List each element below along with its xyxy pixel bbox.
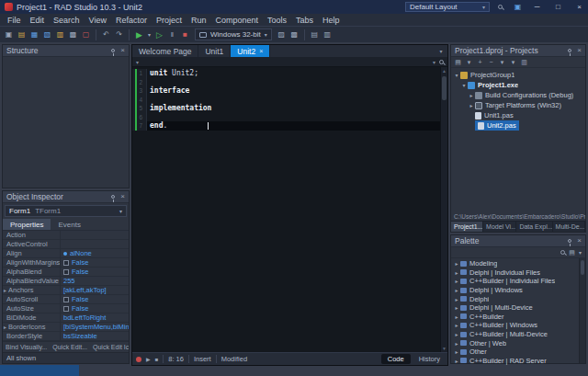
expand-chevron-icon[interactable]: ▸ — [453, 322, 460, 328]
collapse-chevron-icon[interactable]: ▾ — [453, 72, 460, 78]
code-line[interactable]: 6 — [132, 113, 447, 122]
close-icon[interactable]: × — [577, 47, 582, 54]
stop-macro-icon[interactable]: ■ — [155, 357, 159, 362]
sort-icon[interactable]: ▾ — [508, 57, 518, 67]
property-row[interactable]: AlphaBlend False — [3, 268, 129, 277]
minimize-button[interactable]: ─ — [528, 0, 546, 14]
scrollbar-thumb[interactable] — [442, 76, 447, 100]
expand-chevron-icon[interactable]: ▸ — [453, 313, 460, 320]
expand-chevron-icon[interactable]: ▸ — [453, 348, 460, 355]
tab-properties[interactable]: Properties — [3, 219, 51, 230]
save-all-icon[interactable]: ▧ — [41, 28, 53, 40]
object-selector-combo[interactable]: Form1 TForm1 ▾ — [5, 205, 127, 217]
ide-insight-search-icon[interactable] — [493, 2, 507, 13]
code-navigation-chevron-icon[interactable]: ▾ — [136, 59, 139, 65]
palette-search-icon[interactable] — [560, 250, 565, 255]
tree-item-unit2-pas[interactable]: Unit2.pas — [451, 120, 585, 131]
property-row[interactable]: ▸BorderIcons [biSystemMenu,biMinimi — [3, 323, 129, 332]
desktop-layout-combo[interactable]: Default Layout ▾ — [405, 2, 490, 12]
sync-with-editor-icon[interactable]: ▥ — [519, 57, 529, 67]
menu-view[interactable]: View — [85, 14, 111, 26]
expand-chevron-icon[interactable]: ▸ — [468, 92, 475, 98]
expand-chevron-icon[interactable]: ▸ — [453, 331, 460, 337]
expand-chevron-icon[interactable]: ▸ — [4, 287, 6, 293]
tree-item-target-platforms[interactable]: ▸ Target Platforms (Win32) — [451, 100, 585, 110]
play-macro-icon[interactable]: ▶ — [146, 356, 151, 362]
palette-category[interactable]: ▸Delphi | Multi-Device — [451, 303, 585, 313]
collapse-chevron-icon[interactable]: ▾ — [460, 82, 468, 88]
tab-multi-device-preview[interactable]: Multi-De... — [553, 222, 585, 232]
close-icon[interactable]: × — [577, 237, 582, 245]
checkbox-icon[interactable] — [63, 297, 69, 302]
editor-search-icon[interactable] — [439, 60, 444, 64]
palette-category[interactable]: ▸Other | Web — [451, 338, 585, 348]
pause-icon[interactable]: ‖ — [166, 28, 178, 40]
close-icon[interactable]: × — [120, 193, 125, 200]
desktop-layout-icon[interactable]: ▥ — [322, 28, 334, 40]
expand-chevron-icon[interactable]: ▸ — [453, 278, 460, 284]
redo-icon[interactable]: ↷ — [113, 28, 125, 40]
palette-category[interactable]: ▸C++Builder | Individual Files — [451, 277, 585, 286]
pin-icon[interactable] — [111, 49, 115, 52]
remove-file-from-project-icon[interactable]: ▢ — [80, 28, 92, 40]
palette-category[interactable]: ▸C++Builder | RAD Server — [451, 357, 585, 366]
palette-category[interactable]: ▸Modeling — [451, 259, 585, 268]
target-platform-combo[interactable]: Windows 32-bit ▾ — [195, 28, 272, 40]
save-file-icon[interactable]: ▦ — [28, 28, 40, 40]
add-file-to-project-icon[interactable]: ▩ — [67, 28, 79, 40]
property-row[interactable]: AlphaBlendValue 255 — [3, 277, 129, 286]
property-row[interactable]: AlignWithMargins False — [3, 258, 129, 268]
palette-scrollbar[interactable] — [579, 258, 585, 363]
tab-unit1[interactable]: Unit1 — [198, 45, 231, 57]
palette-category[interactable]: ▸C++Builder — [451, 313, 585, 322]
open-project-icon[interactable]: ▥ — [54, 28, 66, 40]
project-manager-icon[interactable]: ▤ — [309, 28, 321, 40]
quick-edit-icon-link[interactable]: Quick Edit Icon... — [93, 344, 129, 350]
remove-item-icon[interactable]: − — [486, 57, 496, 67]
chevron-down-icon[interactable]: ▾ — [497, 57, 507, 67]
palette-options-chevron-icon[interactable]: ▾ — [579, 249, 582, 256]
code-line[interactable]: 1 unit Unit2; — [132, 69, 447, 78]
tab-code[interactable]: Code — [381, 354, 411, 364]
tab-unit2[interactable]: Unit2× — [231, 45, 270, 57]
menu-run[interactable]: Run — [187, 14, 211, 26]
record-macro-icon[interactable] — [136, 357, 141, 362]
property-row[interactable]: BiDiMode bdLeftToRight — [3, 313, 129, 323]
menu-component[interactable]: Component — [210, 14, 263, 26]
scrollbar-thumb[interactable] — [581, 260, 584, 275]
program-reset-icon[interactable]: ■ — [179, 28, 191, 40]
run-without-debugging-icon[interactable]: ▷ — [153, 28, 165, 40]
menu-help[interactable]: Help — [318, 14, 345, 26]
tab-project-manager[interactable]: Project1... — [451, 222, 483, 232]
expand-chevron-icon[interactable]: ▸ — [453, 340, 460, 347]
expand-chevron-icon[interactable]: ▸ — [453, 304, 460, 311]
checkbox-icon[interactable] — [63, 260, 69, 266]
tab-history[interactable]: History — [415, 354, 444, 364]
expand-chevron-icon[interactable]: ▸ — [468, 102, 475, 108]
menu-search[interactable]: Search — [49, 14, 85, 26]
new-items-icon[interactable]: ▣ — [3, 28, 15, 40]
open-file-icon[interactable]: ▤ — [16, 28, 28, 40]
compile-icon[interactable]: ▨ — [276, 28, 288, 40]
tab-events[interactable]: Events — [51, 219, 87, 230]
palette-category[interactable]: ▸C++Builder | Windows — [451, 321, 585, 330]
pin-icon[interactable] — [568, 239, 571, 243]
code-line[interactable]: 3 interface — [132, 86, 447, 96]
undo-icon[interactable]: ↶ — [100, 28, 112, 40]
code-line-current[interactable]: 7 end. — [132, 121, 447, 131]
menu-refactor[interactable]: Refactor — [111, 14, 152, 26]
maximize-button[interactable]: □ — [549, 0, 567, 14]
pin-icon[interactable] — [568, 49, 571, 52]
editor-vertical-scrollbar[interactable]: ▲ ▼ — [440, 67, 447, 352]
palette-category[interactable]: ▸Delphi | Individual Files — [451, 268, 585, 278]
code-line[interactable]: 4 — [132, 96, 447, 105]
palette-category[interactable]: ▸Other — [451, 348, 585, 357]
close-icon[interactable]: × — [120, 47, 125, 54]
tab-data-explorer[interactable]: Data Expl... — [516, 222, 552, 232]
property-row[interactable]: Align alNone — [3, 249, 129, 258]
palette-view-icon[interactable]: ▤ — [569, 249, 575, 256]
menu-file[interactable]: File — [3, 14, 26, 26]
code-line[interactable]: 5 implementation — [132, 104, 447, 113]
checkbox-icon[interactable] — [63, 306, 69, 312]
quick-edit-link[interactable]: Quick Edit... — [52, 344, 87, 350]
